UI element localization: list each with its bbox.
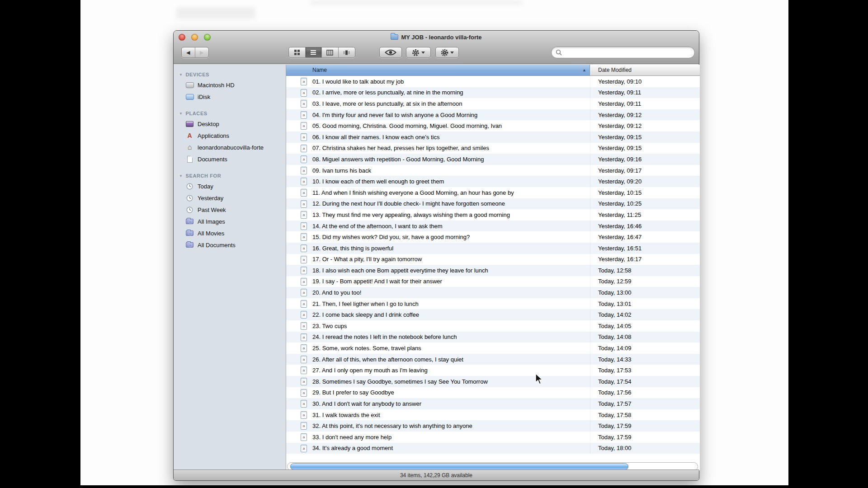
- disclosure-triangle-icon[interactable]: ▼: [179, 112, 183, 116]
- icon-view-button[interactable]: [289, 47, 306, 57]
- sidebar-item-today[interactable]: Today: [174, 180, 286, 192]
- table-row[interactable]: a17. Or - What a pity, I'll try again to…: [286, 254, 700, 265]
- sidebar-item-all-images[interactable]: All Images: [174, 216, 286, 227]
- file-name: 15. Did my wishes work? Did you, sir, ha…: [312, 234, 587, 240]
- column-header-date-modified[interactable]: Date Modified: [590, 65, 700, 76]
- column-view-button[interactable]: [322, 47, 339, 57]
- table-row[interactable]: a11. And when I finish wishing everyone …: [286, 187, 700, 198]
- table-row[interactable]: a30. And I don't wait for anybody to ans…: [286, 398, 700, 409]
- dropdown-caret-icon: [450, 52, 454, 54]
- table-row[interactable]: a14. At the end of the afternoon, I want…: [286, 221, 700, 232]
- file-name: 07. Christina shakes her head, presses h…: [312, 145, 587, 151]
- search-input[interactable]: [564, 48, 694, 57]
- table-row[interactable]: a24. I reread the notes I left in the no…: [286, 332, 700, 343]
- clock-icon: [186, 206, 193, 213]
- list-view-button[interactable]: [306, 47, 322, 57]
- sidebar-section-header: ▼ PLACES: [174, 109, 286, 118]
- table-row[interactable]: a31. I walk towards the exitToday, 17:58: [286, 409, 700, 421]
- table-row[interactable]: a04. I'm thirty four and never fail to w…: [286, 109, 700, 121]
- table-row[interactable]: a03. I leave, more or less punctually, a…: [286, 98, 700, 109]
- table-row[interactable]: a20. And to you too!Today, 13:00: [286, 287, 700, 298]
- sidebar-item-leonardonabucovilla-forte[interactable]: ⌂ leonardonabucovilla-forte: [174, 141, 286, 153]
- table-row[interactable]: a08. Miguel answers with repetition - Go…: [286, 154, 700, 165]
- table-row[interactable]: a02. I arrive, more or less punctually, …: [286, 87, 700, 99]
- sidebar-item-all-documents[interactable]: All Documents: [174, 239, 286, 251]
- section-label: SEARCH FOR: [186, 173, 222, 178]
- table-row[interactable]: a27. And I only open my mouth as I'm lea…: [286, 365, 700, 376]
- sidebar-item-all-movies[interactable]: All Movies: [174, 227, 286, 239]
- file-name: 21. Then, I feel ligther when I go to lu…: [312, 300, 587, 307]
- sidebar-item-idisk[interactable]: iDisk: [174, 91, 286, 103]
- file-name: 30. And I don't wait for anybody to answ…: [312, 400, 587, 407]
- table-row[interactable]: a01. I would like to talk about my jobYe…: [286, 76, 700, 87]
- file-name: 24. I reread the notes I left in the not…: [312, 333, 587, 340]
- table-row[interactable]: a25. Some, work notes. Some, travel plan…: [286, 343, 700, 354]
- action-menu-button[interactable]: [406, 47, 431, 58]
- table-row[interactable]: a13. They must find me very appealing, a…: [286, 209, 700, 221]
- search-icon: [556, 49, 562, 56]
- text-document-icon: a: [301, 200, 307, 208]
- table-row[interactable]: a21. Then, I feel ligther when I go to l…: [286, 298, 700, 310]
- file-date-modified: Today, 14:05: [598, 323, 631, 329]
- text-document-icon: a: [301, 300, 307, 308]
- sidebar-item-applications[interactable]: A Applications: [174, 130, 286, 141]
- table-row[interactable]: a33. I don't need any more helpToday, 17…: [286, 432, 700, 443]
- file-date-modified: Yesterday, 09:20: [598, 178, 642, 185]
- table-row[interactable]: a18. I also wish each one Bom appetit ev…: [286, 265, 700, 276]
- disclosure-triangle-icon[interactable]: ▼: [179, 174, 183, 178]
- title-and-toolbar[interactable]: MY JOB - leonardo villa-forte ◀ ▶: [174, 31, 699, 64]
- file-name: 06. I know all their names. I know each …: [312, 134, 587, 141]
- column-header-name[interactable]: Name ▲: [286, 65, 590, 76]
- file-date-modified: Yesterday, 11:25: [598, 211, 641, 218]
- table-row[interactable]: a34. It's already a good momentToday, 18…: [286, 443, 700, 454]
- table-row[interactable]: a28. Sometimes I say Goodbye, sometimes …: [286, 376, 700, 387]
- file-date-modified: Today, 17:54: [598, 378, 631, 385]
- sidebar-item-yesterday[interactable]: Yesterday: [174, 192, 286, 204]
- sidebar-section-devices: ▼ DEVICES Macintosh HD iDisk: [174, 70, 286, 103]
- table-row[interactable]: a12. During the next hour I'll double ch…: [286, 198, 700, 210]
- table-row[interactable]: a32. At this point, it's not necessary t…: [286, 420, 700, 432]
- table-row[interactable]: a05. Good morning, Christina. Good morni…: [286, 120, 700, 131]
- table-row[interactable]: a09. Ivan turns his backYesterday, 09:17: [286, 165, 700, 176]
- sidebar-item-label: leonardonabucovilla-forte: [198, 144, 264, 151]
- table-row[interactable]: a26. After all of this, when the afterno…: [286, 354, 700, 365]
- file-date-modified: Today, 18:00: [598, 445, 631, 451]
- forward-button[interactable]: ▶: [195, 47, 209, 57]
- sidebar-item-macintosh-hd[interactable]: Macintosh HD: [174, 79, 286, 91]
- file-date-modified: Yesterday, 16:51: [598, 245, 642, 252]
- view-mode-control: [288, 47, 355, 58]
- coverflow-view-button[interactable]: [339, 47, 355, 57]
- sidebar-item-documents[interactable]: Documents: [174, 153, 286, 165]
- table-row[interactable]: a10. I know each of them well enough to …: [286, 176, 700, 187]
- table-row[interactable]: a06. I know all their names. I know each…: [286, 131, 700, 143]
- quick-look-button[interactable]: [379, 47, 402, 58]
- table-row[interactable]: a19. I say - Bom appetit! And I wait for…: [286, 276, 700, 287]
- table-row[interactable]: a22. I come back sleepy and I drink coff…: [286, 309, 700, 320]
- settings-menu-button[interactable]: [435, 47, 459, 58]
- back-button[interactable]: ◀: [182, 47, 195, 57]
- video-artifact: [310, 0, 523, 5]
- search-field[interactable]: [551, 47, 695, 58]
- sidebar-item-past-week[interactable]: Past Week: [174, 204, 286, 216]
- sidebar-item-label: Macintosh HD: [198, 82, 235, 89]
- horizontal-scrollbar-thumb[interactable]: [290, 463, 628, 470]
- text-document-icon: a: [301, 189, 307, 197]
- sort-ascending-icon: ▲: [582, 68, 586, 72]
- text-document-icon: a: [301, 356, 307, 363]
- table-row[interactable]: a23. Two cupsToday, 14:05: [286, 320, 700, 332]
- eye-icon: [385, 49, 396, 56]
- file-date-modified: Yesterday, 09:12: [598, 112, 642, 118]
- desktop-icon: [186, 121, 193, 127]
- sidebar-section-header: ▼ DEVICES: [174, 70, 286, 79]
- text-document-icon: a: [301, 344, 307, 352]
- table-row[interactable]: a07. Christina shakes her head, presses …: [286, 143, 700, 154]
- table-row[interactable]: a15. Did my wishes work? Did you, sir, h…: [286, 231, 700, 243]
- table-row[interactable]: a16. Great, this thing is powerfulYester…: [286, 243, 700, 254]
- text-document-icon: a: [301, 122, 307, 130]
- text-document-icon: a: [301, 322, 307, 330]
- disclosure-triangle-icon[interactable]: ▼: [179, 73, 183, 77]
- clock-icon: [186, 195, 193, 202]
- table-row[interactable]: a29. But I prefer to say GoodbyeToday, 1…: [286, 387, 700, 399]
- sidebar-item-desktop[interactable]: Desktop: [174, 118, 286, 130]
- file-date-modified: Today, 14:08: [598, 333, 631, 340]
